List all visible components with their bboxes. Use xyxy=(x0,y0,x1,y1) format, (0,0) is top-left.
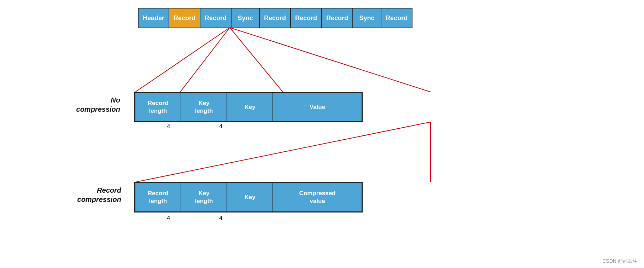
rc-compressed-value: Compressedvalue xyxy=(273,183,362,211)
segment-sync-1: Sync xyxy=(232,8,260,28)
segment-record-4: Record xyxy=(322,8,353,28)
segment-header: Header xyxy=(139,8,169,28)
rc-key: Key xyxy=(227,183,273,211)
segment-sync-2: Sync xyxy=(353,8,381,28)
arrows-svg xyxy=(0,0,644,268)
nc-key-length: Keylength xyxy=(181,93,227,121)
svg-line-1 xyxy=(180,28,230,92)
rc-num-4-right: 4 xyxy=(219,215,222,222)
no-compression-box: Recordlength Keylength Key Value xyxy=(134,92,363,122)
top-bar: Header Record Record Sync Record Record … xyxy=(138,8,412,28)
segment-record-highlighted: Record xyxy=(169,8,200,28)
segment-record-2: Record xyxy=(260,8,291,28)
segment-record-3: Record xyxy=(291,8,322,28)
svg-line-5 xyxy=(135,122,431,182)
record-compression-label: Recordcompression xyxy=(31,186,121,204)
svg-line-3 xyxy=(230,28,431,92)
record-compression-box: Recordlength Keylength Key Compressedval… xyxy=(134,182,363,212)
no-compression-label: Nocompression xyxy=(42,95,120,114)
svg-line-0 xyxy=(135,28,230,92)
main-container: Header Record Record Sync Record Record … xyxy=(0,0,644,268)
segment-record-5: Record xyxy=(381,8,412,28)
nc-num-4-right: 4 xyxy=(219,123,222,130)
nc-value: Value xyxy=(273,93,362,121)
nc-record-length: Recordlength xyxy=(135,93,181,121)
nc-num-4-left: 4 xyxy=(167,123,170,130)
rc-key-length: Keylength xyxy=(181,183,227,211)
segment-record-1: Record xyxy=(200,8,232,28)
nc-key: Key xyxy=(227,93,273,121)
svg-line-2 xyxy=(230,28,283,92)
watermark: CSDN @那后生 xyxy=(602,258,638,264)
rc-record-length: Recordlength xyxy=(135,183,181,211)
rc-num-4-left: 4 xyxy=(167,215,170,222)
